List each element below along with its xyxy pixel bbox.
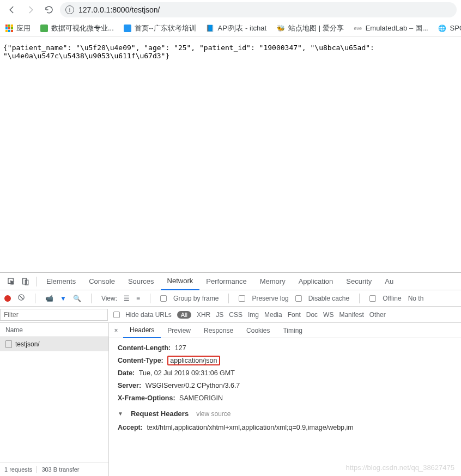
separator [359, 294, 360, 303]
filter-bar: Hide data URLs All XHR JS CSS Img Media … [0, 307, 461, 323]
collapse-icon: ▼ [118, 411, 123, 417]
request-detail: × Headers Preview Response Cookies Timin… [109, 323, 461, 476]
request-headers-section[interactable]: ▼ Request Headers view source [118, 404, 461, 421]
tab-memory[interactable]: Memory [253, 273, 292, 290]
back-button[interactable] [4, 2, 20, 17]
device-icon[interactable] [19, 274, 33, 289]
content-type-highlight: application/json [167, 356, 220, 365]
file-icon [5, 340, 12, 348]
bookmark-icon [124, 25, 131, 32]
tab-security[interactable]: Security [339, 273, 378, 290]
tab-headers[interactable]: Headers [123, 323, 161, 338]
tab-timing[interactable]: Timing [276, 323, 309, 338]
bookmark-icon: 📘 [206, 24, 215, 33]
filter-all[interactable]: All [177, 311, 191, 319]
bookmark-item[interactable]: 🌐SPOT [438, 24, 461, 33]
separator [228, 294, 229, 303]
request-row[interactable]: testjson/ [0, 337, 108, 351]
network-body: Name testjson/ 1 requests 303 B transfer… [0, 323, 461, 476]
large-rows-icon[interactable]: ☰ [124, 295, 130, 302]
apps-label: 应用 [16, 23, 31, 33]
bookmark-icon: 🐝 [276, 24, 285, 33]
forward-button[interactable] [23, 2, 38, 17]
filter-other[interactable]: Other [369, 311, 386, 319]
search-icon[interactable]: 🔍 [73, 295, 81, 302]
bookmark-item[interactable]: 首页--广东软考培训 [124, 23, 196, 33]
header-row: Server: WSGIServer/0.2 CPython/3.6.7 [118, 379, 461, 392]
filter-ws[interactable]: WS [323, 311, 333, 319]
apps-button[interactable]: 应用 [5, 23, 31, 33]
bookmark-item[interactable]: eveEmulatedLab – 国... [354, 23, 428, 33]
bookmark-item[interactable]: 数据可视化微专业... [40, 23, 114, 33]
view-source-link[interactable]: view source [196, 410, 230, 418]
separator [91, 294, 92, 303]
svg-rect-1 [23, 278, 27, 284]
filter-js[interactable]: JS [216, 311, 223, 319]
tab-network[interactable]: Network [161, 273, 200, 290]
address-bar[interactable]: i 127.0.0.1:8000/testjson/ [60, 2, 457, 17]
browser-toolbar: i 127.0.0.1:8000/testjson/ [0, 0, 461, 20]
filter-img[interactable]: Img [248, 311, 259, 319]
devtools-tabs: Elements Console Sources Network Perform… [0, 273, 461, 290]
separator [150, 294, 150, 303]
disable-cache-checkbox[interactable] [295, 295, 302, 302]
inspect-icon[interactable] [4, 274, 19, 289]
bookmarks-bar: 应用 数据可视化微专业... 首页--广东软考培训 📘API列表 - itcha… [0, 20, 461, 37]
filter-doc[interactable]: Doc [306, 311, 318, 319]
header-row: Content-Length: 127 [118, 341, 461, 354]
waterfall-icon[interactable]: ≡ [136, 295, 140, 302]
bookmark-item[interactable]: 🐝站点地图 | 爱分享 [276, 23, 344, 33]
view-label: View: [101, 295, 117, 302]
group-checkbox[interactable] [160, 295, 167, 302]
request-list: Name testjson/ 1 requests 303 B transfer [0, 323, 109, 476]
header-row: Accept: text/html,application/xhtml+xml,… [118, 421, 461, 434]
tab-application[interactable]: Application [292, 273, 340, 290]
hide-urls-checkbox[interactable] [113, 312, 120, 318]
headers-panel: Content-Length: 127 Content-Type: applic… [109, 338, 461, 476]
separator [35, 294, 35, 303]
tab-performance[interactable]: Performance [199, 273, 253, 290]
name-column-header[interactable]: Name [0, 323, 108, 337]
filter-media[interactable]: Media [264, 311, 282, 319]
url-text: 127.0.0.1:8000/testjson/ [78, 5, 160, 14]
header-row: X-Frame-Options: SAMEORIGIN [118, 392, 461, 404]
tab-sources[interactable]: Sources [122, 273, 161, 290]
header-row: Date: Tue, 02 Jul 2019 09:31:06 GMT [118, 367, 461, 379]
camera-icon[interactable]: 📹 [45, 295, 53, 302]
close-icon[interactable]: × [109, 327, 123, 334]
request-summary: 1 requests 303 B transfer [0, 462, 108, 476]
globe-icon: 🌐 [438, 24, 447, 33]
filter-font[interactable]: Font [288, 311, 301, 319]
bookmark-item[interactable]: 📘API列表 - itchat [206, 23, 267, 33]
filter-manifest[interactable]: Manifest [339, 311, 363, 319]
separator [36, 277, 37, 286]
bookmark-icon: eve [354, 24, 362, 33]
tab-elements[interactable]: Elements [40, 273, 82, 290]
filter-xhr[interactable]: XHR [197, 311, 210, 319]
filter-css[interactable]: CSS [229, 311, 242, 319]
clear-icon[interactable] [17, 294, 25, 303]
watermark: https://blog.csdn.net/qq_38627475 [346, 463, 455, 472]
filter-input[interactable] [0, 309, 108, 321]
offline-checkbox[interactable] [369, 295, 376, 302]
devtools-panel: Elements Console Sources Network Perform… [0, 272, 461, 476]
tab-audits[interactable]: Au [378, 273, 400, 290]
preserve-checkbox[interactable] [239, 295, 245, 302]
site-info-icon[interactable]: i [65, 5, 74, 14]
reload-button[interactable] [41, 2, 57, 17]
page-content: {"patient_name": "\u5f20\u4e09", "age": … [0, 37, 461, 272]
tab-preview[interactable]: Preview [161, 323, 197, 338]
apps-icon [5, 25, 13, 32]
detail-tabs: × Headers Preview Response Cookies Timin… [109, 323, 461, 338]
tab-response[interactable]: Response [197, 323, 240, 338]
tab-cookies[interactable]: Cookies [240, 323, 276, 338]
network-toolbar: 📹 ▼ 🔍 View: ☰ ≡ Group by frame Preserve … [0, 290, 461, 307]
bookmark-icon [40, 25, 48, 32]
header-row: Content-Type: application/json [118, 354, 461, 367]
filter-toggle-icon[interactable]: ▼ [60, 295, 66, 302]
record-icon[interactable] [4, 295, 11, 302]
tab-console[interactable]: Console [82, 273, 122, 290]
